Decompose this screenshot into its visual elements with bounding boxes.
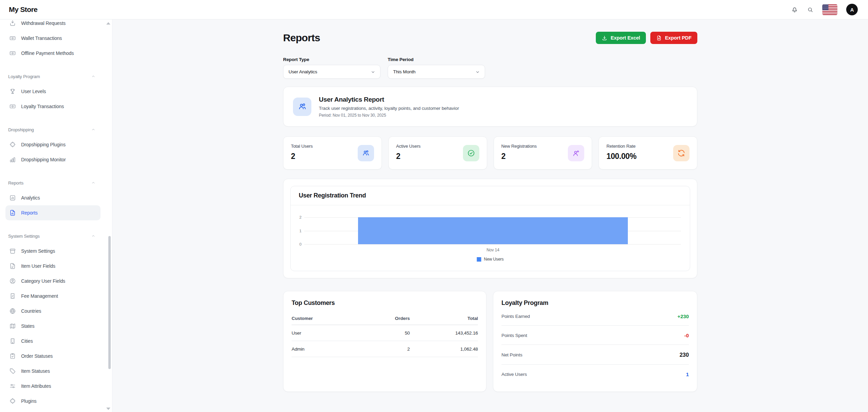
sidebar-item-dropshipping-monitor[interactable]: Dropshipping Monitor: [5, 152, 100, 167]
column-header-total: Total: [410, 316, 478, 321]
sidebar-item-user-levels[interactable]: User Levels: [5, 84, 100, 99]
stat-card-total-users: Total Users 2: [283, 136, 382, 170]
sidebar-item-loyalty-transactions[interactable]: Loyalty Transactions: [5, 99, 100, 114]
report-type-select[interactable]: User Analytics: [283, 65, 381, 79]
stat-label: New Registrations: [501, 144, 537, 149]
chart-legend: New Users: [477, 257, 504, 262]
brand-logo[interactable]: My Store: [9, 5, 37, 14]
chevron-down-icon: [475, 69, 480, 75]
puzzle-icon: [9, 141, 16, 148]
clipboard-check-icon: [9, 353, 16, 359]
sidebar-section-system-settings[interactable]: System Settings: [5, 229, 100, 244]
stat-value: 2: [501, 152, 537, 161]
search-icon[interactable]: [807, 6, 813, 13]
sidebar-section-label: Loyalty Program: [8, 74, 40, 79]
building-icon: [9, 338, 16, 344]
topbar: My Store: [0, 0, 868, 19]
table-header-row: Customer Orders Total: [292, 312, 478, 325]
sidebar-item-item-attributes[interactable]: Item Attributes: [5, 379, 100, 394]
sidebar-item-category-user-fields[interactable]: Category User Fields: [5, 274, 100, 289]
sidebar-section-dropshipping[interactable]: Dropshipping: [5, 122, 100, 137]
bar-chart-icon: [9, 156, 16, 163]
stat-card-active-users: Active Users 2: [388, 136, 487, 170]
sidebar-item-fee-management[interactable]: Fee Management: [5, 289, 100, 304]
chevron-down-icon: [370, 69, 376, 75]
stat-value: 100.00%: [606, 152, 636, 161]
sidebar-item-label: Analytics: [21, 195, 40, 201]
export-buttons: Export Excel Export PDF: [596, 32, 697, 44]
column-header-orders: Orders: [352, 316, 410, 321]
sidebar-item-system-settings[interactable]: System Settings: [5, 244, 100, 259]
stats-row: Total Users 2 Active Users 2: [283, 136, 697, 170]
user-circle-icon: [9, 278, 16, 284]
time-period-filter: Time Period This Month: [388, 57, 485, 79]
chart-card: User Registration Trend 2 1 0 Nov 14: [283, 179, 697, 278]
top-customers-card: Top Customers Customer Orders Total User…: [283, 291, 486, 392]
net-points-value: 230: [680, 352, 689, 358]
sidebar-item-reports[interactable]: Reports: [5, 205, 100, 220]
puzzle-icon: [9, 398, 16, 404]
chart-title: User Registration Trend: [299, 192, 682, 199]
export-excel-button[interactable]: Export Excel: [596, 32, 646, 44]
withdraw-tray-icon: [9, 20, 16, 27]
trophy-icon: [9, 88, 16, 95]
sidebar-item-label: Fee Management: [21, 293, 58, 299]
user-plus-icon: [568, 145, 584, 161]
sidebar-item-withdrawal-requests[interactable]: Withdrawal Requests: [5, 19, 100, 31]
sidebar-section-reports[interactable]: Reports: [5, 175, 100, 190]
globe-icon: [9, 308, 16, 314]
stat-label: Total Users: [291, 144, 313, 149]
sidebar-item-dropshipping-plugins[interactable]: Dropshipping Plugins: [5, 137, 100, 152]
sliders-icon: [9, 383, 16, 389]
y-tick: 0: [291, 242, 301, 246]
sidebar-section-label: Dropshipping: [8, 127, 34, 132]
sidebar-item-label: Reports: [21, 210, 37, 216]
check-circle-icon: [463, 145, 479, 161]
sidebar-item-label: Dropshipping Plugins: [21, 142, 65, 147]
sidebar-item-order-statuses[interactable]: Order Statuses: [5, 349, 100, 364]
refresh-icon: [673, 145, 689, 161]
avatar[interactable]: A: [846, 4, 858, 15]
sidebar-item-countries[interactable]: Countries: [5, 304, 100, 319]
sidebar-item-label: Category User Fields: [21, 278, 65, 284]
sidebar-item-label: Item Statuses: [21, 368, 50, 374]
banknote-icon: [9, 103, 16, 110]
users-icon: [358, 145, 374, 161]
sidebar-item-label: Cities: [21, 338, 33, 344]
sidebar-scroll-up-arrow[interactable]: [106, 22, 110, 25]
sidebar-item-item-statuses[interactable]: Item Statuses: [5, 364, 100, 379]
sidebar-item-plugins[interactable]: Plugins: [5, 394, 100, 409]
us-flag-icon[interactable]: [822, 4, 837, 15]
stat-card-retention-rate: Retention Rate 100.00%: [599, 136, 697, 170]
file-text-icon: [9, 263, 16, 269]
loyalty-active-users-value: 1: [686, 371, 689, 377]
sidebar-item-offline-payment-methods[interactable]: Offline Payment Methods: [5, 46, 100, 61]
file-download-icon: [656, 35, 662, 41]
sidebar-item-states[interactable]: States: [5, 319, 100, 334]
sidebar-item-analytics[interactable]: Analytics: [5, 190, 100, 205]
chevron-up-icon: [91, 127, 96, 132]
sidebar-item-label: Item Attributes: [21, 383, 51, 389]
sidebar-item-label: States: [21, 323, 34, 329]
sidebar-item-cities[interactable]: Cities: [5, 334, 100, 349]
bell-icon[interactable]: [791, 6, 798, 13]
sidebar-item-wallet-transactions[interactable]: Wallet Transactions: [5, 31, 100, 46]
sidebar-item-label: Dropshipping Monitor: [21, 157, 66, 162]
sidebar-section-loyalty-program[interactable]: Loyalty Program: [5, 69, 100, 84]
loyalty-program-card: Loyalty Program Points Earned +230 Point…: [493, 291, 697, 392]
app-root: My Store: [0, 0, 868, 412]
sidebar: Withdrawal Requests Wallet Transactions …: [0, 19, 112, 412]
sidebar-scrollbar-thumb[interactable]: [108, 236, 111, 369]
sidebar-item-item-user-fields[interactable]: Item User Fields: [5, 259, 100, 274]
export-pdf-button[interactable]: Export PDF: [650, 32, 697, 44]
time-period-select[interactable]: This Month: [388, 65, 485, 79]
chevron-up-icon: [91, 180, 96, 185]
sidebar-item-label: Wallet Transactions: [21, 35, 62, 41]
y-tick: 2: [291, 215, 301, 219]
sidebar-item-label: Item User Fields: [21, 263, 55, 269]
stat-label: Active Users: [396, 144, 421, 149]
sidebar-scroll-down-arrow[interactable]: [106, 408, 110, 410]
loyalty-row-active-users: Active Users 1: [501, 365, 689, 383]
file-chart-icon: [9, 209, 16, 216]
sidebar-nav: Withdrawal Requests Wallet Transactions …: [0, 19, 112, 409]
